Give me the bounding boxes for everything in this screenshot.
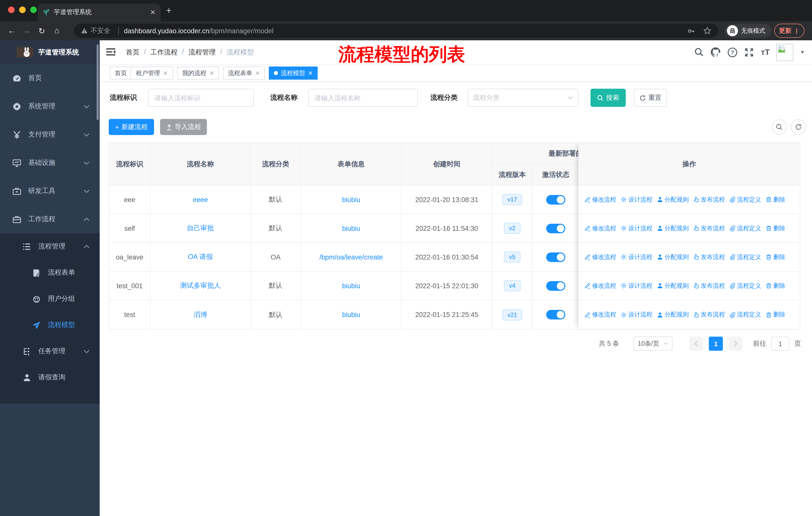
action-发布流程[interactable]: 发布流程 [693, 281, 725, 290]
search-button[interactable]: 搜索 [590, 89, 626, 107]
next-page-button[interactable] [728, 336, 743, 351]
action-修改流程[interactable]: 修改流程 [584, 281, 616, 290]
breadcrumb-item[interactable]: 流程管理 [188, 48, 216, 57]
back-icon[interactable]: ← [4, 26, 19, 35]
tag-tab-租户管理[interactable]: 租户管理✕ [130, 66, 173, 80]
process-name-input[interactable] [308, 89, 418, 107]
bookmark-star-icon[interactable] [703, 27, 711, 35]
cell-link[interactable]: 自己审批 [187, 224, 214, 233]
action-删除[interactable]: 删除 [766, 224, 785, 233]
action-删除[interactable]: 删除 [766, 195, 785, 204]
active-toggle[interactable] [546, 223, 565, 233]
tag-tab-首页[interactable]: 首页 [110, 66, 132, 80]
cell-link[interactable]: biubiu [342, 282, 360, 290]
action-流程定义[interactable]: 流程定义 [729, 195, 761, 204]
action-分配规则[interactable]: 分配规则 [657, 195, 689, 204]
sidebar-item-请假查询[interactable]: 请假查询 [0, 364, 100, 390]
action-流程定义[interactable]: 流程定义 [729, 310, 761, 319]
cell-link[interactable]: biubiu [342, 224, 360, 232]
address-bar[interactable]: 不安全 dashboard.yudao.iocoder.cn/bpm/manag… [74, 24, 718, 38]
browser-tab[interactable]: 芋道管理系统 ✕ [38, 3, 161, 21]
action-分配规则[interactable]: 分配规则 [657, 253, 689, 261]
tag-tab-我的流程[interactable]: 我的流程✕ [177, 66, 219, 80]
forward-icon[interactable]: → [19, 26, 34, 35]
action-发布流程[interactable]: 发布流程 [693, 310, 725, 319]
tag-tab-流程表单[interactable]: 流程表单✕ [223, 66, 265, 80]
cell-link[interactable]: biubiu [342, 311, 360, 319]
action-分配规则[interactable]: 分配规则 [657, 224, 689, 233]
home-icon[interactable]: ⌂ [49, 26, 64, 35]
action-分配规则[interactable]: 分配规则 [657, 281, 689, 290]
active-toggle[interactable] [546, 195, 565, 204]
security-warning[interactable]: 不安全 [81, 26, 124, 35]
tag-close-icon[interactable]: ✕ [308, 70, 313, 76]
tag-close-icon[interactable]: ✕ [209, 70, 214, 76]
sidebar-item-研发工具[interactable]: 研发工具 [0, 177, 100, 205]
action-设计流程[interactable]: 设计流程 [621, 195, 652, 204]
action-修改流程[interactable]: 修改流程 [584, 195, 616, 204]
font-size-icon[interactable]: ᴛT [761, 48, 770, 57]
sidebar-item-用户分组[interactable]: 用户分组 [0, 286, 100, 312]
action-流程定义[interactable]: 流程定义 [729, 224, 761, 233]
active-toggle[interactable] [546, 310, 565, 320]
maximize-window-button[interactable] [30, 6, 37, 13]
header-search-icon[interactable] [694, 47, 704, 57]
action-修改流程[interactable]: 修改流程 [584, 253, 616, 261]
sidebar-item-工作流程[interactable]: 工作流程 [0, 205, 100, 233]
cell-link[interactable]: eeee [193, 196, 208, 203]
tag-tab-流程模型[interactable]: 流程模型✕ [269, 66, 318, 80]
cell-link[interactable]: biubiu [342, 196, 360, 203]
action-流程定义[interactable]: 流程定义 [729, 253, 761, 261]
action-发布流程[interactable]: 发布流程 [693, 253, 725, 261]
tag-close-icon[interactable]: ✕ [255, 70, 260, 76]
action-删除[interactable]: 删除 [766, 253, 785, 261]
sidebar-item-流程管理[interactable]: 流程管理 [0, 233, 100, 260]
breadcrumb-item[interactable]: 首页 [126, 48, 140, 57]
breadcrumb-item[interactable]: 工作流程 [150, 48, 178, 57]
action-修改流程[interactable]: 修改流程 [584, 310, 616, 319]
url-text[interactable]: dashboard.yudao.iocoder.cn/bpm/manager/m… [124, 27, 273, 34]
help-icon[interactable]: ? [728, 47, 738, 57]
sidebar-scrollbar[interactable] [97, 44, 99, 120]
tag-close-icon[interactable]: ✕ [163, 70, 168, 76]
github-icon[interactable] [710, 47, 721, 57]
kebab-menu-icon[interactable]: ⋮ [794, 27, 800, 34]
create-process-button[interactable]: +新建流程 [109, 119, 154, 135]
import-process-button[interactable]: 导入流程 [160, 119, 207, 135]
new-tab-button[interactable]: + [166, 6, 171, 15]
sidebar-item-支付管理[interactable]: 支付管理 [0, 120, 100, 148]
tab-close-icon[interactable]: ✕ [150, 8, 155, 16]
sidebar-item-任务管理[interactable]: 任务管理 [0, 338, 100, 364]
avatar-caret-icon[interactable]: ▼ [800, 49, 805, 55]
cell-link[interactable]: 测试多审批人 [180, 281, 221, 290]
cell-link[interactable]: /bpm/oa/leave/create [319, 253, 383, 261]
reset-button[interactable]: 重置 [634, 89, 667, 107]
close-window-button[interactable] [8, 6, 14, 13]
action-设计流程[interactable]: 设计流程 [621, 310, 652, 319]
password-key-icon[interactable] [687, 26, 695, 35]
collapse-sidebar-icon[interactable] [106, 48, 115, 56]
fullscreen-icon[interactable] [744, 47, 754, 57]
sidebar-item-首页[interactable]: 首页 [0, 64, 100, 92]
page-number-1[interactable]: 1 [709, 336, 723, 351]
page-size-select[interactable]: 10条/页 [633, 336, 672, 351]
action-修改流程[interactable]: 修改流程 [584, 224, 616, 233]
action-删除[interactable]: 删除 [766, 281, 785, 290]
action-发布流程[interactable]: 发布流程 [693, 224, 725, 233]
avatar[interactable] [776, 44, 793, 61]
sidebar-item-流程表单[interactable]: 流程表单 [0, 260, 100, 286]
cell-link[interactable]: 滔博 [194, 310, 207, 319]
chrome-update-button[interactable]: 更新⋮ [774, 24, 805, 38]
process-key-input[interactable] [148, 89, 254, 107]
action-删除[interactable]: 删除 [766, 310, 785, 319]
goto-page-input[interactable] [771, 336, 789, 351]
active-toggle[interactable] [546, 281, 565, 291]
macos-traffic-lights[interactable] [8, 6, 37, 13]
action-流程定义[interactable]: 流程定义 [729, 281, 761, 290]
category-select[interactable]: 流程分类 [468, 89, 578, 107]
sidebar-item-系统管理[interactable]: 系统管理 [0, 92, 100, 120]
app-logo[interactable]: 芋道管理系统 [0, 40, 100, 64]
prev-page-button[interactable] [689, 336, 703, 351]
show-search-button[interactable] [772, 119, 787, 135]
reload-icon[interactable]: ↻ [34, 26, 49, 35]
